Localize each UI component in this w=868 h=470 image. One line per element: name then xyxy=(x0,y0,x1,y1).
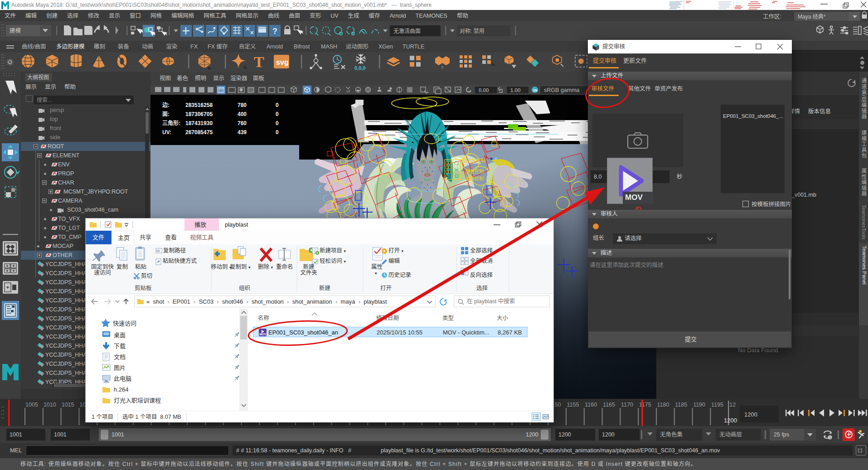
svg-text:283516258: 283516258 xyxy=(185,102,213,108)
svg-text:267085475: 267085475 xyxy=(185,129,213,136)
svg-text:1005: 1005 xyxy=(25,402,38,408)
svg-text:760: 760 xyxy=(238,120,247,126)
svg-text:780: 780 xyxy=(238,102,247,108)
svg-text:无激活曲面: 无激活曲面 xyxy=(393,28,421,34)
svg-text:1015: 1015 xyxy=(62,402,74,408)
svg-text:0: 0 xyxy=(276,129,279,136)
svg-text:1185: 1185 xyxy=(675,402,687,408)
svg-text:1010: 1010 xyxy=(44,402,56,408)
svg-text:1165: 1165 xyxy=(603,402,615,408)
svg-text:视图: 视图 xyxy=(160,75,171,82)
svg-text:1175: 1175 xyxy=(639,402,651,408)
svg-text:svg: svg xyxy=(276,58,289,66)
svg-text:三角形:: 三角形: xyxy=(162,120,180,126)
svg-text:1.00: 1.00 xyxy=(510,87,520,93)
svg-text:MOV: MOV xyxy=(260,333,267,336)
svg-text:1155: 1155 xyxy=(567,402,579,408)
svg-text:439: 439 xyxy=(238,129,247,136)
svg-text:UV:: UV: xyxy=(162,129,171,136)
svg-text:1190: 1190 xyxy=(693,402,705,408)
svg-text:建模: 建模 xyxy=(10,28,21,34)
svg-text:面:: 面: xyxy=(162,111,170,117)
svg-text:0: 0 xyxy=(276,111,279,117)
svg-text:边:: 边: xyxy=(162,102,170,108)
svg-text:1200: 1200 xyxy=(744,411,757,418)
svg-text:0: 0 xyxy=(276,102,279,108)
svg-text:显示: 显示 xyxy=(213,75,224,82)
svg-text:0: 0 xyxy=(276,120,279,126)
svg-text:ON: ON xyxy=(533,89,538,92)
svg-text:400: 400 xyxy=(238,111,247,117)
svg-text:1200: 1200 xyxy=(724,417,737,424)
svg-text:动力学控制: 动力学控制 xyxy=(463,158,485,163)
svg-text:1160: 1160 xyxy=(585,402,597,408)
svg-text:对称: 禁用: 对称: 禁用 xyxy=(460,28,485,34)
svg-text:T: T xyxy=(254,53,264,70)
svg-text:0.00: 0.00 xyxy=(479,87,489,93)
svg-text:弹性控制: 弹性控制 xyxy=(466,169,484,174)
svg-text:sRGB gamma: sRGB gamma xyxy=(544,87,580,93)
svg-text:187306705: 187306705 xyxy=(185,111,213,117)
svg-text:姿态控制: 姿态控制 xyxy=(466,176,484,181)
svg-text:渲染器: 渲染器 xyxy=(230,75,247,82)
svg-text:12: 12 xyxy=(729,402,736,408)
svg-text:着色: 着色 xyxy=(177,75,189,82)
svg-text:187431930: 187431930 xyxy=(185,120,213,126)
svg-text:1180: 1180 xyxy=(657,402,669,408)
svg-text:照明: 照明 xyxy=(195,75,206,82)
svg-text:1: 1 xyxy=(829,436,831,440)
svg-text:?: ? xyxy=(272,27,277,36)
svg-text:面板: 面板 xyxy=(253,75,265,82)
svg-text:1170: 1170 xyxy=(621,402,633,408)
svg-text:0,0,0: 0,0,0 xyxy=(354,65,365,71)
svg-text:1195: 1195 xyxy=(711,402,723,408)
svg-text:W: W xyxy=(156,249,160,253)
